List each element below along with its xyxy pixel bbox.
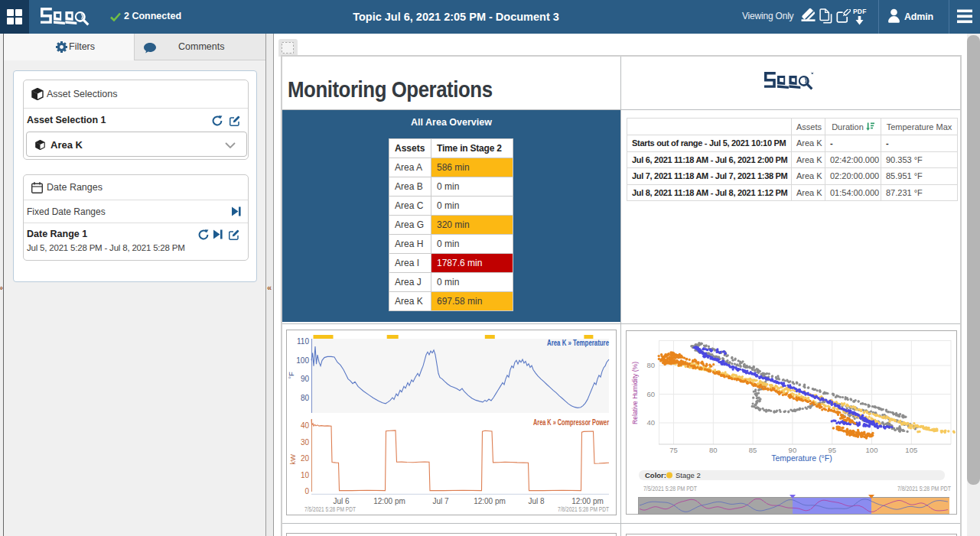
svg-text:110: 110 [297, 337, 309, 346]
svg-text:Relative Humidity (%): Relative Humidity (%) [631, 362, 639, 424]
svg-text:80: 80 [646, 361, 655, 369]
svg-text:40: 40 [301, 421, 310, 430]
svg-text:85: 85 [749, 446, 757, 454]
svg-text:105: 105 [905, 446, 917, 454]
svg-text:90: 90 [301, 375, 310, 383]
svg-text:40: 40 [646, 418, 655, 427]
svg-text:Jul 8: Jul 8 [528, 497, 545, 505]
svg-text:12:00 pm: 12:00 pm [474, 497, 506, 505]
svg-text:Temperature (°F): Temperature (°F) [771, 453, 832, 463]
svg-text:7/8/2021 5:28 PM PDT: 7/8/2021 5:28 PM PDT [897, 485, 951, 492]
svg-text:100: 100 [296, 356, 309, 365]
svg-text:75: 75 [669, 446, 678, 454]
svg-text:Area K » Temperature: Area K » Temperature [547, 338, 609, 347]
svg-text:°F: °F [287, 372, 295, 379]
svg-text:Stage 2: Stage 2 [676, 471, 701, 479]
svg-text:12:00 pm: 12:00 pm [571, 497, 604, 505]
svg-text:100: 100 [866, 446, 878, 454]
svg-text:Color:: Color: [645, 471, 666, 479]
svg-text:0: 0 [304, 487, 309, 495]
svg-text:Jul 6: Jul 6 [333, 497, 350, 505]
svg-text:12:00 pm: 12:00 pm [373, 497, 405, 505]
svg-text:80: 80 [709, 446, 718, 454]
svg-text:kW: kW [288, 454, 297, 465]
svg-text:30: 30 [301, 438, 310, 447]
svg-text:60: 60 [646, 390, 655, 398]
svg-text:10: 10 [301, 471, 310, 479]
svg-text:Jul 7: Jul 7 [432, 497, 449, 505]
svg-text:80: 80 [301, 394, 310, 402]
svg-text:20: 20 [301, 454, 310, 463]
svg-text:Area K » Compressor Power: Area K » Compressor Power [533, 417, 609, 427]
svg-text:7/8/2021 5:28 PM PDT: 7/8/2021 5:28 PM PDT [558, 505, 609, 513]
svg-text:7/5/2021 5:28 PM PDT: 7/5/2021 5:28 PM PDT [643, 485, 697, 492]
svg-text:7/5/2021 5:28 PM PDT: 7/5/2021 5:28 PM PDT [304, 505, 356, 513]
